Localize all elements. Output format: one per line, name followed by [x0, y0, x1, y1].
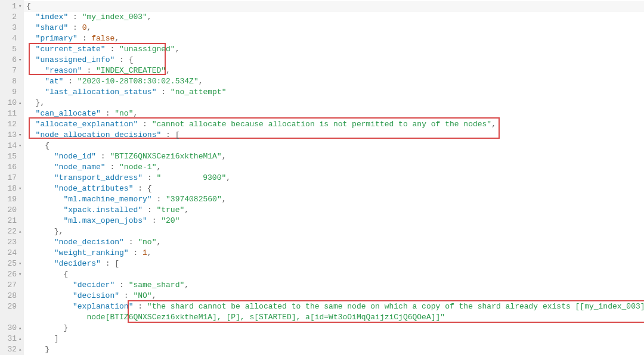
- redacted-ip: [161, 174, 203, 182]
- code-line: "last_allocation_status" : "no_attempt": [26, 87, 644, 98]
- line-number: 16: [4, 162, 17, 173]
- fold-toggle[interactable]: ▾: [18, 183, 22, 194]
- code-line: "shard" : 0,: [26, 23, 644, 33]
- line-number: 9: [4, 87, 17, 98]
- line-number: 13: [4, 130, 17, 141]
- fold-toggle[interactable]: ▾: [18, 259, 22, 269]
- fold-toggle: [18, 87, 22, 98]
- fold-toggle: [18, 194, 22, 205]
- line-number: 28: [4, 291, 17, 301]
- fold-toggle[interactable]: ▾: [18, 130, 22, 141]
- fold-column[interactable]: ▾▾▴▾▾▾▴▾▾▴▴▴▴: [18, 0, 24, 355]
- fold-toggle: [18, 291, 22, 301]
- fold-toggle: [18, 237, 22, 248]
- line-number: 22: [4, 226, 17, 237]
- line-number: 7: [4, 66, 17, 76]
- code-line: "reason" : "INDEX_CREATED",: [26, 66, 644, 76]
- line-number: 1: [4, 1, 17, 12]
- code-line: "node_id" : "BTIZ6QNXSCezi6xktheM1A",: [26, 151, 644, 162]
- code-line: "transport_address" : "9300",: [26, 173, 644, 183]
- line-number-gutter: 1234567891011121314151617181920212223242…: [0, 0, 18, 355]
- code-line: "node_name" : "node-1",: [26, 162, 644, 173]
- line-number: 14: [4, 141, 17, 151]
- line-number: 27: [4, 280, 17, 291]
- code-line: "node_decision" : "no",: [26, 237, 644, 248]
- line-number: 6: [4, 55, 17, 66]
- fold-toggle: [18, 44, 22, 55]
- fold-toggle[interactable]: ▾: [18, 141, 22, 151]
- line-number: 23: [4, 237, 17, 248]
- code-line: "can_allocate" : "no",: [26, 108, 644, 119]
- line-number: 11: [4, 108, 17, 119]
- code-line: "index" : "my_index_003",: [26, 12, 644, 23]
- line-number: 8: [4, 76, 17, 87]
- code-line: "ml.machine_memory" : "3974082560",: [26, 194, 644, 205]
- code-area[interactable]: { "index" : "my_index_003", "shard" : 0,…: [24, 0, 644, 355]
- line-number: 26: [4, 269, 17, 280]
- fold-toggle: [18, 66, 22, 76]
- line-number: 20: [4, 205, 17, 216]
- code-line: }: [26, 344, 644, 355]
- fold-toggle: [18, 108, 22, 119]
- line-number: 2: [4, 12, 17, 23]
- code-line: }: [26, 323, 644, 334]
- line-number: 5: [4, 44, 17, 55]
- line-number: 24: [4, 248, 17, 259]
- code-line: "current_state" : "unassigned",: [26, 44, 644, 55]
- fold-toggle[interactable]: ▴: [18, 323, 22, 334]
- code-line: "weight_ranking" : 1,: [26, 248, 644, 259]
- line-number: 29: [4, 301, 17, 312]
- code-line: "at" : "2020-10-28T08:30:02.534Z",: [26, 76, 644, 87]
- fold-toggle: [18, 12, 22, 23]
- fold-toggle[interactable]: ▴: [18, 334, 22, 344]
- fold-toggle: [18, 76, 22, 87]
- fold-toggle[interactable]: ▾: [18, 55, 22, 66]
- code-line: "node_attributes" : {: [26, 183, 644, 194]
- code-line: {: [26, 1, 644, 12]
- line-number: 12: [4, 119, 17, 130]
- line-number: [4, 312, 17, 323]
- fold-toggle[interactable]: ▾: [18, 269, 22, 280]
- code-line: ]: [26, 334, 644, 344]
- fold-toggle: [18, 301, 22, 312]
- line-number: 19: [4, 194, 17, 205]
- fold-toggle: [18, 248, 22, 259]
- code-line: "deciders" : [: [26, 259, 644, 269]
- code-line: "primary" : false,: [26, 33, 644, 44]
- fold-toggle: [18, 23, 22, 33]
- line-number: 4: [4, 33, 17, 44]
- fold-toggle[interactable]: ▴: [18, 226, 22, 237]
- line-number: 30: [4, 323, 17, 334]
- code-line: "explanation" : "the shard cannot be all…: [26, 301, 644, 312]
- line-number: 32: [4, 344, 17, 355]
- line-number: 18: [4, 183, 17, 194]
- fold-toggle[interactable]: ▾: [18, 1, 22, 12]
- code-line: {: [26, 269, 644, 280]
- fold-toggle: [18, 151, 22, 162]
- line-number: 21: [4, 216, 17, 226]
- line-number: 31: [4, 334, 17, 344]
- code-line: "xpack.installed" : "true",: [26, 205, 644, 216]
- code-line: "decision" : "NO",: [26, 291, 644, 301]
- fold-toggle[interactable]: ▴: [18, 344, 22, 355]
- line-number: 3: [4, 23, 17, 33]
- line-number: 17: [4, 173, 17, 183]
- fold-toggle: [18, 205, 22, 216]
- fold-toggle: [18, 216, 22, 226]
- fold-toggle[interactable]: ▴: [18, 98, 22, 108]
- fold-toggle: [18, 162, 22, 173]
- line-number: 15: [4, 151, 17, 162]
- code-line: node[BTIZ6QNXSCezi6xktheM1A], [P], s[STA…: [26, 312, 644, 323]
- line-number: 25: [4, 259, 17, 269]
- fold-toggle: [18, 33, 22, 44]
- code-line: {: [26, 141, 644, 151]
- line-number: 10: [4, 98, 17, 108]
- code-line: },: [26, 226, 644, 237]
- fold-toggle: [18, 173, 22, 183]
- code-line: "decider" : "same_shard",: [26, 280, 644, 291]
- code-line: },: [26, 98, 644, 108]
- fold-toggle: [18, 280, 22, 291]
- code-line: "node_allocation_decisions" : [: [26, 130, 644, 141]
- code-line: "ml.max_open_jobs" : "20": [26, 216, 644, 226]
- code-line: "allocate_explanation" : "cannot allocat…: [26, 119, 644, 130]
